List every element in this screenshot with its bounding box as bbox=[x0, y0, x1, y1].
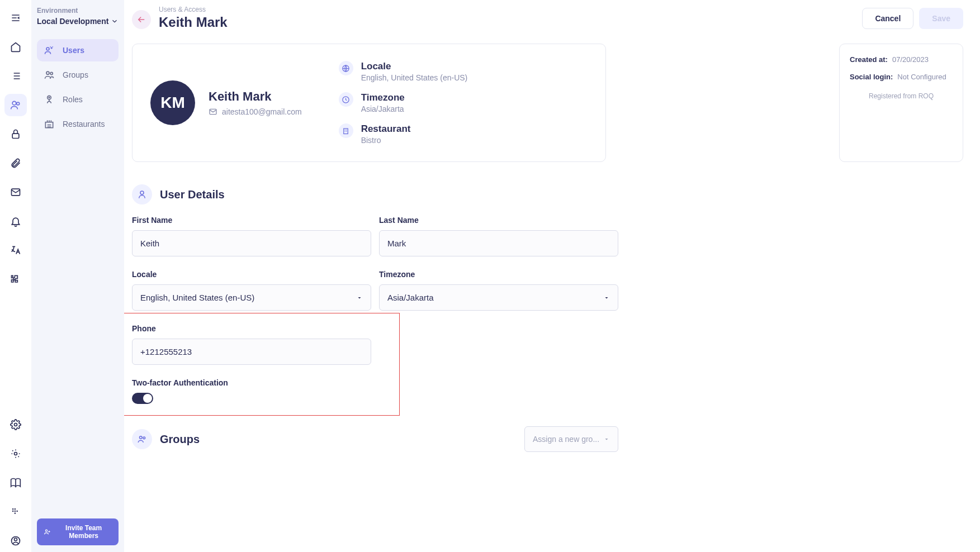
timezone-field: Timezone Asia/Jakarta bbox=[379, 270, 618, 311]
twofa-toggle[interactable] bbox=[132, 393, 153, 404]
sidebar-item-groups[interactable]: Groups bbox=[37, 64, 119, 86]
main-content: Users & Access Keith Mark Cancel Save KM… bbox=[124, 0, 980, 552]
svg-point-26 bbox=[140, 191, 144, 194]
translate-icon[interactable] bbox=[4, 239, 27, 261]
user-name: Keith Mark bbox=[209, 89, 302, 104]
phone-input[interactable] bbox=[132, 339, 371, 365]
restaurant-value: Bistro bbox=[361, 136, 411, 145]
dropdown-icon bbox=[356, 294, 363, 301]
sidebar-item-label: Groups bbox=[63, 70, 88, 79]
svg-point-15 bbox=[51, 47, 52, 49]
puzzle-icon[interactable] bbox=[4, 268, 27, 291]
save-button[interactable]: Save bbox=[919, 8, 963, 29]
lock-icon[interactable] bbox=[4, 123, 27, 145]
book-icon[interactable] bbox=[4, 472, 27, 494]
environment-value: Local Development bbox=[37, 17, 108, 26]
social-login-label: Social login: bbox=[850, 73, 893, 81]
created-at-label: Created at: bbox=[850, 55, 888, 64]
svg-rect-8 bbox=[12, 511, 13, 512]
sidebar-item-label: Users bbox=[63, 46, 84, 55]
globe-icon bbox=[339, 61, 353, 75]
sidebar-item-label: Restaurants bbox=[63, 120, 105, 129]
user-details-title: User Details bbox=[160, 188, 225, 201]
mail-icon[interactable] bbox=[4, 181, 27, 203]
timezone-label: Timezone bbox=[361, 92, 405, 103]
profile-icon[interactable] bbox=[4, 530, 27, 552]
invite-team-button[interactable]: Invite Team Members bbox=[37, 518, 119, 545]
svg-point-4 bbox=[14, 423, 17, 426]
chevron-down-icon bbox=[111, 17, 119, 25]
collapse-icon[interactable] bbox=[4, 7, 27, 29]
svg-point-28 bbox=[143, 437, 145, 439]
svg-point-0 bbox=[12, 101, 16, 105]
svg-rect-10 bbox=[16, 511, 17, 512]
svg-point-1 bbox=[16, 102, 19, 105]
users-icon[interactable] bbox=[4, 94, 27, 116]
sidebar-item-label: Roles bbox=[63, 95, 83, 104]
sidebar-item-users[interactable]: Users bbox=[37, 39, 119, 61]
avatar: KM bbox=[150, 80, 195, 125]
svg-rect-2 bbox=[12, 134, 19, 138]
breadcrumb: Users & Access bbox=[159, 6, 228, 13]
environment-label: Environment bbox=[37, 7, 119, 15]
dropdown-icon bbox=[603, 436, 610, 442]
deploy-icon[interactable] bbox=[4, 442, 27, 465]
mail-icon bbox=[209, 107, 217, 116]
svg-point-14 bbox=[46, 47, 49, 50]
locale-select[interactable]: English, United States (en-US) bbox=[132, 284, 371, 311]
svg-point-16 bbox=[46, 72, 49, 74]
slack-icon[interactable] bbox=[4, 501, 27, 523]
arrow-left-icon bbox=[136, 15, 146, 25]
environment-selector[interactable]: Local Development bbox=[37, 17, 119, 26]
svg-rect-7 bbox=[14, 508, 15, 510]
first-name-input[interactable] bbox=[132, 230, 371, 256]
svg-rect-6 bbox=[12, 508, 13, 510]
phone-field: Phone bbox=[132, 324, 371, 365]
locale-label: Locale bbox=[361, 61, 468, 72]
building-icon bbox=[339, 123, 353, 138]
svg-rect-11 bbox=[14, 513, 15, 514]
svg-point-19 bbox=[49, 97, 50, 98]
svg-rect-25 bbox=[344, 129, 348, 134]
locale-value: English, United States (en-US) bbox=[361, 73, 468, 82]
user-summary-card: KM Keith Mark aitesta100@gmail.com bbox=[132, 44, 606, 162]
groups-section-icon bbox=[132, 429, 152, 449]
invite-button-label: Invite Team Members bbox=[55, 524, 112, 540]
groups-title: Groups bbox=[160, 433, 200, 446]
assign-group-select[interactable]: Assign a new gro... bbox=[524, 426, 618, 452]
last-name-label: Last Name bbox=[379, 216, 618, 225]
groups-nav-icon bbox=[44, 69, 55, 80]
svg-point-13 bbox=[14, 538, 17, 541]
phone-label: Phone bbox=[132, 324, 371, 333]
timezone-value: Asia/Jakarta bbox=[361, 104, 405, 113]
svg-point-27 bbox=[140, 436, 143, 439]
page-header: Users & Access Keith Mark Cancel Save bbox=[132, 6, 963, 44]
secondary-sidebar: Environment Local Development Users Grou… bbox=[31, 0, 124, 552]
user-email: aitesta100@gmail.com bbox=[209, 107, 302, 116]
users-nav-icon bbox=[44, 45, 55, 56]
list-icon[interactable] bbox=[4, 65, 27, 87]
cancel-button[interactable]: Cancel bbox=[862, 8, 913, 29]
timezone-field-label: Timezone bbox=[379, 270, 618, 279]
paperclip-icon[interactable] bbox=[4, 152, 27, 174]
last-name-input[interactable] bbox=[379, 230, 618, 256]
roles-nav-icon bbox=[44, 94, 55, 105]
svg-point-17 bbox=[50, 72, 53, 74]
svg-point-5 bbox=[14, 453, 17, 455]
sidebar-item-restaurants[interactable]: Restaurants bbox=[37, 113, 119, 135]
svg-rect-9 bbox=[14, 511, 15, 512]
home-icon[interactable] bbox=[4, 36, 27, 58]
gear-icon[interactable] bbox=[4, 413, 27, 436]
groups-section-head: Groups bbox=[132, 429, 200, 449]
add-person-icon bbox=[44, 527, 51, 536]
locale-field-label: Locale bbox=[132, 270, 371, 279]
side-nav: Users Groups Roles Restaurants bbox=[37, 39, 119, 135]
created-at-value: 07/20/2023 bbox=[892, 55, 929, 64]
last-name-field: Last Name bbox=[379, 216, 618, 256]
timezone-select[interactable]: Asia/Jakarta bbox=[379, 284, 618, 311]
bell-icon[interactable] bbox=[4, 210, 27, 232]
dropdown-icon bbox=[603, 294, 610, 301]
svg-point-21 bbox=[45, 530, 47, 531]
sidebar-item-roles[interactable]: Roles bbox=[37, 88, 119, 111]
back-button[interactable] bbox=[132, 10, 151, 29]
